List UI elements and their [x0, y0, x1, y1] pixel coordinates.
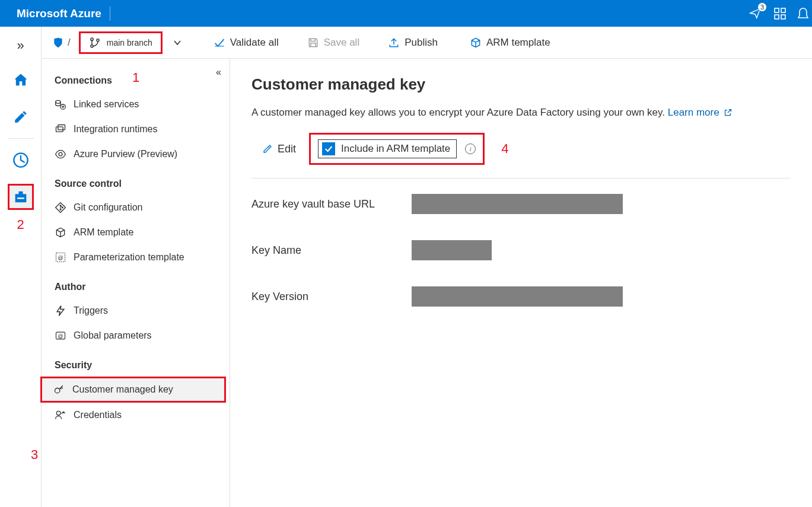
sidebar-label: ARM template [74, 227, 133, 238]
validate-all-button[interactable]: Validate all [208, 33, 285, 52]
integration-runtimes-icon [55, 123, 66, 135]
sidebar-item-credentials[interactable]: Credentials [42, 403, 230, 428]
main-content: Customer managed key A customer managed … [230, 59, 812, 507]
publish-label: Publish [405, 37, 438, 49]
rail-manage-icon[interactable] [8, 184, 34, 210]
svg-rect-5 [17, 197, 24, 199]
triggers-icon [55, 305, 66, 317]
annotation-3: 3 [31, 447, 38, 463]
global-header: Microsoft Azure 3 [0, 0, 812, 27]
rail-divider [8, 138, 34, 139]
annotation-4: 4 [501, 141, 508, 157]
git-icon [55, 202, 66, 213]
publish-button[interactable]: Publish [382, 33, 444, 52]
sidebar-label: Git configuration [74, 202, 143, 213]
info-icon[interactable]: i [465, 144, 476, 154]
nav-rail: » 2 [0, 27, 42, 507]
dashboard-icon[interactable] [774, 8, 786, 20]
include-arm-highlight: Include in ARM template i [309, 133, 485, 165]
page-title: Customer managed key [251, 75, 791, 94]
svg-point-15 [60, 209, 62, 211]
section-source-control: Source control [42, 175, 230, 195]
sidebar-collapse-icon[interactable]: « [216, 67, 221, 78]
svg-rect-0 [775, 8, 779, 12]
header-divider [110, 7, 110, 21]
sidebar-item-parameterization[interactable]: @ Parameterization template [42, 245, 230, 270]
field-row-key-version: Key Version [251, 286, 791, 307]
field-value-redacted [412, 194, 623, 214]
learn-more-label: Learn more [668, 107, 719, 118]
branch-icon [89, 37, 101, 49]
include-arm-label: Include in ARM template [341, 143, 450, 155]
checkbox-checked-icon [322, 142, 335, 155]
branch-selector[interactable]: main branch [79, 31, 163, 54]
svg-point-8 [97, 39, 99, 41]
section-connections: Connections [42, 72, 230, 92]
svg-point-13 [59, 152, 62, 156]
command-toolbar: / main branch Validate all [42, 27, 812, 59]
branch-dropdown-icon[interactable] [167, 39, 187, 47]
include-arm-checkbox[interactable]: Include in ARM template [318, 139, 457, 158]
notifications-icon[interactable]: 3 [749, 7, 762, 20]
save-icon [307, 37, 319, 49]
action-row: Edit Include in ARM template i 4 [251, 127, 791, 178]
adf-icon [52, 37, 64, 49]
arm-label: ARM template [486, 37, 550, 49]
sidebar-item-arm-template[interactable]: ARM template [42, 220, 230, 245]
sidebar-item-integration-runtimes[interactable]: Integration runtimes [42, 117, 230, 142]
svg-rect-12 [58, 125, 65, 130]
sidebar-label: Azure Purview (Preview) [74, 149, 177, 160]
rail-home-icon[interactable] [8, 67, 34, 93]
svg-rect-2 [775, 15, 779, 19]
save-label: Save all [324, 37, 359, 49]
sidebar-item-triggers[interactable]: Triggers [42, 298, 230, 323]
annotation-2: 2 [17, 217, 24, 232]
svg-rect-1 [781, 8, 785, 12]
svg-text:@: @ [58, 333, 63, 339]
svg-rect-3 [781, 15, 785, 19]
section-author: Author [42, 278, 230, 298]
external-link-icon [721, 107, 733, 118]
arm-icon [470, 37, 482, 49]
validate-icon [214, 37, 225, 49]
rail-author-icon[interactable] [8, 104, 34, 130]
learn-more-link[interactable]: Learn more [668, 107, 719, 118]
arm-template-button[interactable]: ARM template [464, 33, 556, 52]
brand-label: Microsoft Azure [17, 7, 101, 20]
svg-point-22 [56, 411, 60, 415]
sidebar-item-customer-managed-key[interactable]: Customer managed key [40, 377, 226, 403]
edit-button[interactable]: Edit [257, 141, 301, 158]
save-all-button: Save all [301, 33, 365, 52]
field-row-key-vault-url: Azure key vault base URL [251, 194, 791, 214]
sidebar-item-global-parameters[interactable]: @ Global parameters [42, 323, 230, 348]
svg-text:@: @ [58, 255, 63, 261]
svg-point-7 [91, 44, 93, 47]
manage-sidebar: « Connections Linked services Integratio… [42, 59, 230, 507]
field-value-redacted [412, 240, 492, 260]
field-row-key-name: Key Name [251, 240, 791, 260]
alert-icon[interactable] [798, 7, 808, 20]
validate-label: Validate all [230, 37, 279, 49]
sidebar-label: Customer managed key [72, 384, 173, 395]
key-icon [53, 384, 65, 396]
sidebar-label: Integration runtimes [74, 124, 157, 135]
svg-rect-11 [56, 127, 63, 132]
sidebar-label: Triggers [74, 305, 108, 316]
svg-point-6 [91, 38, 93, 40]
sidebar-item-linked-services[interactable]: Linked services [42, 92, 230, 117]
rail-monitor-icon[interactable] [8, 147, 34, 173]
breadcrumb-separator: / [68, 37, 71, 49]
svg-point-9 [56, 100, 60, 103]
arm-template-icon [55, 227, 66, 238]
edit-icon [262, 144, 273, 154]
notification-count-badge: 3 [757, 2, 767, 12]
sidebar-item-azure-purview[interactable]: Azure Purview (Preview) [42, 142, 230, 167]
edit-label: Edit [278, 143, 296, 155]
desc-text: A customer managed key allows you to enc… [251, 107, 668, 118]
sidebar-label: Global parameters [74, 330, 152, 341]
field-label: Key Version [251, 291, 412, 303]
sidebar-label: Parameterization template [74, 252, 184, 263]
rail-expand-icon[interactable]: » [8, 33, 34, 59]
sidebar-item-git[interactable]: Git configuration [42, 195, 230, 220]
param-template-icon: @ [55, 251, 66, 263]
